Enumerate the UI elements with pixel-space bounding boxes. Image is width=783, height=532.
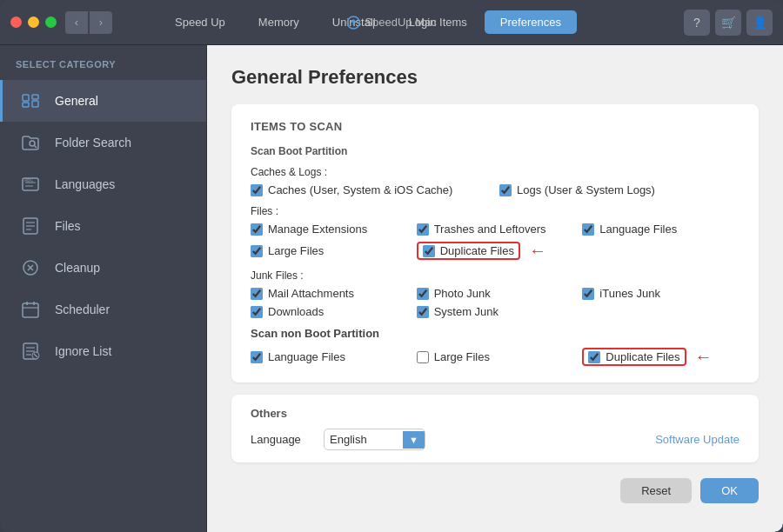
sidebar-item-ignore-list[interactable]: Ignore List: [0, 330, 206, 372]
sidebar-item-general[interactable]: General: [0, 80, 206, 122]
manage-ext-label: Manage Extensions: [268, 223, 367, 236]
tab-preferences[interactable]: Preferences: [485, 10, 577, 34]
large-files-1-checkbox[interactable]: [251, 245, 263, 257]
sidebar-item-languages[interactable]: ABC Languages: [0, 163, 206, 205]
downloads-checkbox[interactable]: [251, 306, 263, 318]
reset-button[interactable]: Reset: [620, 478, 692, 503]
large-files-1-row: Large Files: [251, 241, 408, 261]
content-area: General Preferences Items to Scan Scan B…: [207, 45, 783, 532]
minimize-button[interactable]: [28, 17, 39, 28]
ignore-list-icon: [18, 339, 43, 363]
app-title: SpeedUp Mac: [346, 16, 436, 30]
dup-files-2-row: Duplicate Files ←: [582, 347, 740, 367]
manage-ext-checkbox[interactable]: [251, 223, 263, 236]
junk-files-title: Junk Files :: [251, 269, 740, 282]
svg-line-6: [35, 146, 37, 149]
dup-files-1-highlight: Duplicate Files: [417, 242, 520, 260]
help-button[interactable]: ?: [684, 10, 710, 36]
dup-files-1-checkbox[interactable]: [423, 245, 435, 257]
system-junk-label: System Junk: [434, 305, 499, 318]
nav-arrows: ‹ ›: [65, 11, 112, 34]
footer-buttons: Reset OK: [231, 475, 759, 503]
dup-files-2-highlight: Duplicate Files: [582, 348, 686, 366]
downloads-label: Downloads: [268, 305, 324, 318]
maximize-button[interactable]: [45, 17, 57, 28]
svg-rect-3: [32, 95, 38, 99]
caches-logs-title: Caches & Logs :: [251, 166, 740, 178]
dup-files-1-row: Duplicate Files ←: [417, 241, 574, 261]
forward-button[interactable]: ›: [90, 11, 112, 34]
mail-att-row: Mail Attachments: [251, 287, 408, 300]
trashes-row: Trashes and Leftovers: [417, 223, 574, 236]
svg-rect-4: [32, 101, 38, 107]
close-button[interactable]: [10, 17, 22, 28]
app-window: ‹ › SpeedUp Mac Speed Up Memory Uninstal…: [0, 0, 783, 532]
system-junk-checkbox[interactable]: [417, 306, 429, 318]
items-to-scan-title: Items to Scan: [251, 120, 740, 133]
itunes-junk-label: iTunes Junk: [599, 287, 660, 300]
user-button[interactable]: 👤: [746, 10, 773, 36]
files-title: Files :: [251, 205, 740, 217]
svg-rect-2: [23, 103, 29, 107]
logs-checkbox[interactable]: [499, 184, 512, 196]
files-icon: [18, 214, 43, 238]
photo-junk-row: Photo Junk: [417, 287, 574, 300]
trashes-label: Trashes and Leftovers: [434, 223, 546, 236]
sidebar-label-languages: Languages: [55, 177, 115, 191]
large-files-2-label: Large Files: [434, 350, 490, 363]
select-arrow-icon: ▼: [403, 431, 425, 449]
trashes-checkbox[interactable]: [417, 223, 429, 236]
sidebar-item-scheduler[interactable]: Scheduler: [0, 289, 206, 330]
large-files-2-row: Large Files: [417, 350, 574, 363]
traffic-lights: [10, 17, 57, 28]
lang-files-1-checkbox[interactable]: [582, 223, 594, 236]
tab-speedup[interactable]: Speed Up: [159, 10, 241, 34]
lang-files-2-row: Language Files: [251, 350, 408, 363]
software-update-link[interactable]: Software Update: [655, 433, 740, 446]
sidebar: Select Category General: [0, 45, 207, 532]
ok-button[interactable]: OK: [700, 478, 759, 503]
lang-files-1-label: Language Files: [599, 223, 677, 236]
downloads-row: Downloads: [251, 305, 408, 318]
others-title: Others: [251, 407, 740, 420]
dup-files-2-checkbox[interactable]: [588, 351, 600, 363]
mail-att-label: Mail Attachments: [268, 287, 354, 300]
general-icon: [18, 89, 43, 113]
large-files-2-checkbox[interactable]: [417, 351, 429, 363]
manage-ext-row: Manage Extensions: [251, 223, 408, 236]
languages-icon: ABC: [18, 172, 43, 196]
dup-files-2-label: Duplicate Files: [606, 350, 679, 363]
titlebar: ‹ › SpeedUp Mac Speed Up Memory Uninstal…: [0, 0, 783, 45]
sidebar-item-files[interactable]: Files: [0, 205, 206, 247]
cart-button[interactable]: 🛒: [715, 10, 741, 36]
back-button[interactable]: ‹: [65, 11, 88, 34]
arrow-2-indicator: ←: [695, 347, 713, 367]
caches-label: Caches (User, System & iOS Cache): [268, 183, 452, 196]
scheduler-icon: [18, 297, 43, 322]
large-files-1-label: Large Files: [268, 244, 324, 257]
sidebar-item-cleanup[interactable]: Cleanup: [0, 247, 206, 289]
app-icon: [346, 16, 360, 30]
lang-files-2-checkbox[interactable]: [251, 351, 263, 363]
main-layout: Select Category General: [0, 45, 783, 532]
logs-label: Logs (User & System Logs): [517, 183, 655, 196]
sidebar-label-scheduler: Scheduler: [55, 303, 110, 316]
folder-search-icon: [18, 130, 43, 155]
language-selector[interactable]: English ▼: [324, 429, 425, 450]
caches-checkbox[interactable]: [251, 184, 263, 196]
tab-memory[interactable]: Memory: [243, 10, 315, 34]
others-section: Others Language English ▼ Software Updat…: [231, 395, 759, 462]
lang-files-1-row: Language Files: [582, 223, 740, 236]
mail-att-checkbox[interactable]: [251, 288, 263, 300]
svg-rect-1: [23, 95, 29, 101]
others-row: Language English ▼ Software Update: [251, 429, 740, 450]
photo-junk-label: Photo Junk: [434, 287, 491, 300]
sidebar-item-folder-search[interactable]: Folder Search: [0, 122, 206, 163]
caches-check-row: Caches (User, System & iOS Cache): [251, 183, 491, 196]
sidebar-label-cleanup: Cleanup: [55, 261, 100, 275]
language-dropdown[interactable]: English: [325, 429, 403, 449]
itunes-junk-checkbox[interactable]: [582, 288, 594, 300]
photo-junk-checkbox[interactable]: [417, 288, 429, 300]
cleanup-icon: [18, 256, 43, 280]
logs-check-row: Logs (User & System Logs): [499, 183, 740, 196]
